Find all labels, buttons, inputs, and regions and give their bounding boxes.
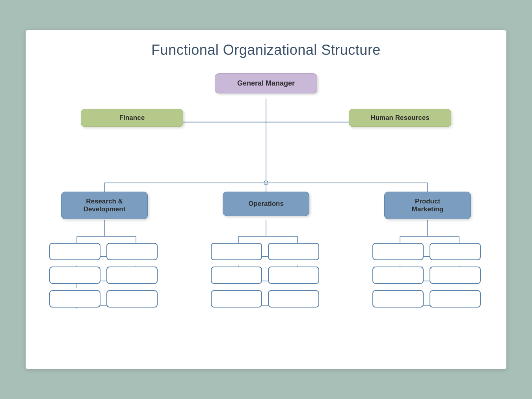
product-marketing-node: Product Marketing <box>384 192 471 219</box>
pm-child-r2 <box>430 267 481 284</box>
rd-child-r1 <box>106 243 158 260</box>
rd-child-l3 <box>49 290 100 308</box>
rd-child-l2 <box>49 267 100 284</box>
general-manager-node: General Manager <box>215 73 317 93</box>
rd-child-r2 <box>106 267 158 284</box>
finance-node: Finance <box>81 109 183 127</box>
org-chart: General Manager Finance Human Resources … <box>41 69 491 361</box>
ops-child-l1 <box>211 243 262 260</box>
slide-title: Functional Organizational Structure <box>151 42 381 58</box>
rd-child-l1 <box>49 243 100 260</box>
pm-child-l2 <box>372 267 424 284</box>
pm-child-r3 <box>430 290 481 308</box>
human-resources-node: Human Resources <box>349 109 451 127</box>
slide: Functional Organizational Structure <box>26 30 506 369</box>
rd-child-r3 <box>106 290 158 308</box>
pm-child-r1 <box>430 243 481 260</box>
ops-child-l3 <box>211 290 262 308</box>
ops-child-r3 <box>268 290 319 308</box>
ops-child-r2 <box>268 267 319 284</box>
ops-child-r1 <box>268 243 319 260</box>
operations-node: Operations <box>223 192 309 216</box>
ops-child-l2 <box>211 267 262 284</box>
pm-child-l1 <box>372 243 424 260</box>
research-development-node: Research & Development <box>61 192 148 219</box>
pm-child-l3 <box>372 290 424 308</box>
